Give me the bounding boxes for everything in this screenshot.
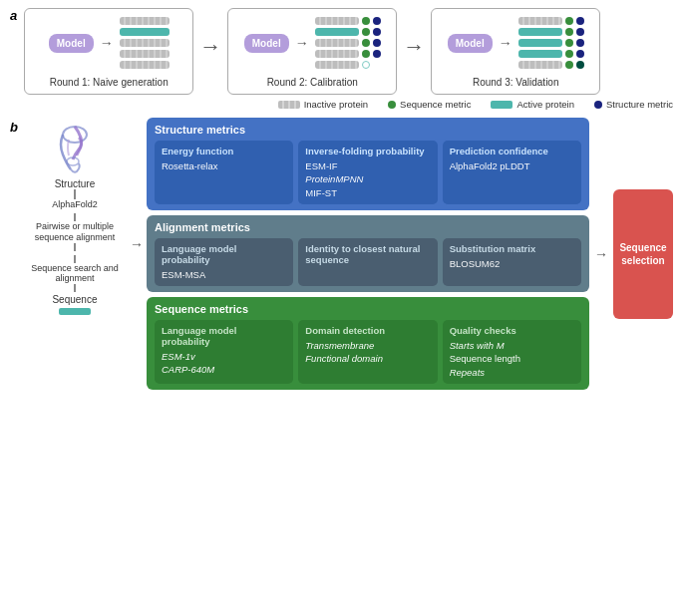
- card-quality-title: Quality checks: [450, 325, 574, 336]
- seq-rows-r1: [120, 17, 170, 69]
- arrow-between-r2-r3: →: [403, 34, 425, 60]
- seq-lm-v1: ESM-1v: [162, 351, 195, 362]
- structure-left: Structure AlphaFold2: [23, 120, 127, 209]
- card-lm-prob-value: ESM-MSA: [162, 268, 286, 281]
- panel-b: b: [10, 118, 673, 390]
- right-area: Structure metrics Energy function Rosett…: [147, 118, 673, 390]
- left-panel: Structure AlphaFold2 Pairwise or multipl…: [23, 118, 127, 315]
- metric-card-energy: Energy function Rosetta-relax: [155, 141, 293, 204]
- card-confidence-title: Prediction confidence: [450, 146, 574, 156]
- card-energy-title: Energy function: [162, 146, 286, 156]
- arrow-r2: →: [295, 35, 309, 51]
- legend-active: Active protein: [491, 99, 574, 110]
- alignment-metrics-section: Alignment metrics Language model probabi…: [147, 215, 589, 292]
- sequence-metrics-title: Sequence metrics: [155, 303, 581, 315]
- card-lm-prob-title: Language model probability: [162, 243, 286, 265]
- card-identity-title: Identity to closest natural sequence: [305, 243, 430, 265]
- card-folding-title: Inverse-folding probability: [305, 146, 430, 156]
- sequence-label: Sequence: [52, 294, 97, 305]
- legend-inactive: Inactive protein: [278, 99, 368, 110]
- card-confidence-value: AlphaFold2 pLDDT: [450, 159, 574, 172]
- metric-card-folding: Inverse-folding probability ESM-IF Prote…: [298, 141, 437, 204]
- protein-image: [47, 120, 102, 177]
- arrow-to-metrics: →: [130, 236, 144, 252]
- panel-a-content: Model → Round 1: Naive generation →: [24, 8, 600, 95]
- legend-sequence-metric: Sequence metric: [388, 99, 471, 110]
- round-2-box: Model →: [227, 8, 397, 95]
- structure-metrics-title: Structure metrics: [155, 124, 581, 136]
- selection-text: Sequenceselection: [619, 241, 666, 267]
- legend-sequence-metric-label: Sequence metric: [400, 99, 471, 110]
- model-box-r3: Model: [448, 34, 493, 53]
- metrics-area: Structure metrics Energy function Rosett…: [147, 118, 589, 390]
- card-seq-lm-value: ESM-1v CARP-640M: [162, 350, 286, 377]
- folding-val-3: MIF-ST: [305, 187, 337, 198]
- arrow-to-selection: →: [594, 246, 608, 262]
- metric-card-domain: Domain detection Transmembrane Functiona…: [298, 320, 437, 384]
- round-3-box: Model →: [431, 8, 600, 95]
- legend-struct-dot: [594, 101, 602, 109]
- vline-search-bot: [74, 284, 76, 292]
- legend-structure-metric: Structure metric: [594, 99, 673, 110]
- card-folding-value: ESM-IF ProteinMPNN MIF-ST: [305, 159, 430, 199]
- legend-active-label: Active protein: [516, 99, 574, 110]
- quality-v2: Sequence length: [450, 353, 520, 364]
- folding-val-2: ProteinMPNN: [305, 173, 363, 184]
- legend-active-bar: [491, 101, 512, 109]
- card-substitution-value: BLOSUM62: [450, 257, 574, 270]
- main-container: a Model → Round 1: [0, 0, 683, 616]
- round-1-title: Round 1: Naive generation: [50, 77, 169, 88]
- panel-b-label: b: [10, 120, 18, 135]
- card-domain-value: Transmembrane Functional domain: [305, 339, 430, 366]
- model-box-r1: Model: [49, 34, 94, 53]
- folding-val-1: ESM-IF: [305, 160, 337, 171]
- sequence-metric-cards: Language model probability ESM-1v CARP-6…: [155, 320, 581, 384]
- model-box-r2: Model: [244, 34, 289, 53]
- seq-label-left: Sequence: [23, 294, 127, 315]
- alphafold-label: AlphaFold2: [52, 199, 98, 209]
- pairwise-label: Pairwise or multiple sequence alignment: [23, 221, 127, 243]
- metric-card-seq-lm: Language model probability ESM-1v CARP-6…: [155, 320, 293, 384]
- seq-rows-r2: [315, 17, 381, 69]
- alignment-metrics-title: Alignment metrics: [155, 221, 581, 233]
- card-domain-title: Domain detection: [305, 325, 430, 336]
- sequence-selection-box: Sequenceselection: [613, 189, 673, 319]
- quality-v1: Starts with M: [450, 340, 505, 351]
- structure-metric-cards: Energy function Rosetta-relax Inverse-fo…: [155, 141, 581, 204]
- arrow-r1: →: [100, 35, 114, 51]
- card-energy-value: Rosetta-relax: [162, 159, 286, 172]
- panel-a: a Model → Round 1: [10, 8, 673, 110]
- metric-card-identity: Identity to closest natural sequence: [298, 238, 437, 286]
- card-seq-lm-title: Language model probability: [162, 325, 286, 347]
- legend-inactive-label: Inactive protein: [304, 99, 368, 110]
- legend-inactive-bar: [278, 101, 300, 109]
- domain-v2: Functional domain: [305, 353, 383, 364]
- round-3-title: Round 3: Validation: [473, 77, 559, 88]
- legend: Inactive protein Sequence metric Active …: [10, 99, 673, 110]
- domain-v1: Transmembrane: [305, 340, 374, 351]
- pairwise-left: Pairwise or multiple sequence alignment: [23, 213, 127, 251]
- alignment-metric-cards: Language model probability ESM-MSA Ident…: [155, 238, 581, 286]
- metric-card-confidence: Prediction confidence AlphaFold2 pLDDT: [443, 141, 581, 204]
- structure-metrics-section: Structure metrics Energy function Rosett…: [147, 118, 589, 210]
- vline-pairwise-top: [74, 213, 76, 221]
- arrow-r3: →: [499, 35, 512, 51]
- metric-card-lm-prob: Language model probability ESM-MSA: [155, 238, 293, 286]
- vline-pairwise-bot: [74, 243, 76, 251]
- card-substitution-title: Substitution matrix: [450, 243, 574, 254]
- card-quality-value: Starts with M Sequence length Repeats: [450, 339, 574, 379]
- sequence-bar-display: [59, 308, 91, 315]
- seq-rows-r3: [518, 17, 584, 69]
- search-label: Sequence search and alignment: [23, 263, 127, 285]
- vline-structure: [74, 189, 76, 199]
- sequence-metrics-section: Sequence metrics Language model probabil…: [147, 297, 589, 390]
- round-2-title: Round 2: Calibration: [267, 77, 358, 88]
- structure-label: Structure: [55, 177, 96, 189]
- seq-search-left: Sequence search and alignment: [23, 255, 127, 293]
- round-1-box: Model → Round 1: Naive generation: [24, 8, 193, 95]
- legend-structure-metric-label: Structure metric: [606, 99, 673, 110]
- panel-a-label: a: [10, 8, 17, 23]
- quality-v3: Repeats: [450, 367, 485, 378]
- arrow-between-r1-r2: →: [199, 34, 221, 60]
- legend-seq-dot: [388, 101, 396, 109]
